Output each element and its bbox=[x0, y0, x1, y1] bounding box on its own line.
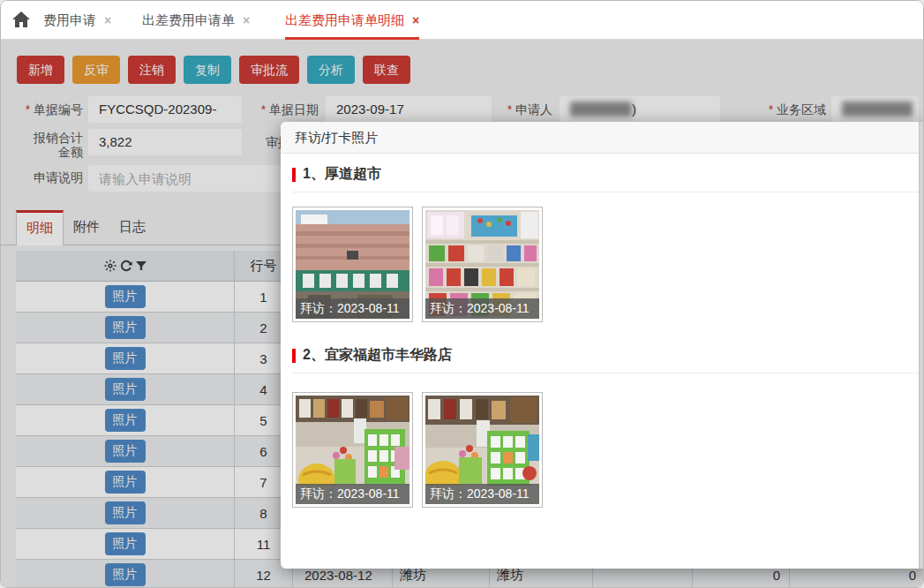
applicant-label: 申请人 bbox=[485, 102, 552, 118]
tab-travel-expense-detail[interactable]: 出差费用申请单明细 × bbox=[285, 1, 419, 40]
visit-date-caption: 拜访：2023-08-11 bbox=[296, 298, 409, 319]
photo-button[interactable]: 照片 bbox=[105, 532, 146, 555]
modal-title: 拜访/打卡照片 bbox=[281, 122, 924, 154]
unaudit-button[interactable]: 反审 bbox=[72, 56, 120, 84]
visit-date-caption: 拜访：2023-08-11 bbox=[296, 484, 409, 504]
store-section-title: 1、厚道超市 bbox=[292, 165, 381, 184]
photo-button[interactable]: 照片 bbox=[105, 440, 146, 463]
photo-button[interactable]: 照片 bbox=[105, 316, 146, 339]
detail-tab-log[interactable]: 日志 bbox=[109, 210, 155, 245]
filter-icon[interactable] bbox=[136, 260, 146, 271]
close-icon[interactable]: × bbox=[412, 13, 419, 27]
region-label: 业务区域 bbox=[747, 102, 826, 118]
toolbar: 新增 反审 注销 复制 审批流 分析 联查 bbox=[17, 56, 410, 84]
section-divider bbox=[292, 192, 924, 192]
modal-scrollbar[interactable] bbox=[919, 122, 924, 569]
section-marker-bar bbox=[292, 168, 296, 182]
visit-photo-thumbnail[interactable]: 拜访：2023-08-11 bbox=[422, 207, 543, 322]
tab-label: 费用申请 bbox=[43, 12, 96, 29]
tab-label: 出差费用申请单明细 bbox=[285, 12, 404, 29]
visit-photo-thumbnail[interactable]: 拜访：2023-08-11 bbox=[292, 392, 413, 508]
tab-label: 出差费用申请单 bbox=[142, 12, 235, 29]
photo-button[interactable]: 照片 bbox=[105, 501, 146, 524]
section-divider bbox=[292, 373, 924, 373]
top-tab-bar: 费用申请 × 出差费用申请单 × 出差费用申请单明细 × bbox=[1, 1, 924, 40]
tab-travel-expense-form[interactable]: 出差费用申请单 × bbox=[142, 1, 250, 40]
visit-photo-thumbnail[interactable]: 拜访：2023-08-11 bbox=[422, 392, 543, 508]
home-icon[interactable] bbox=[12, 11, 30, 28]
store-section-title: 2、宜家福超市丰华路店 bbox=[292, 346, 452, 365]
doc-no-field[interactable]: FYCCSQD-202309-0126 bbox=[88, 96, 242, 123]
close-icon[interactable]: × bbox=[104, 13, 111, 27]
tab-expense-apply[interactable]: 费用申请 × bbox=[43, 1, 111, 40]
photo-button[interactable]: 照片 bbox=[105, 285, 146, 308]
section-marker-bar bbox=[292, 349, 296, 363]
photo-button[interactable]: 照片 bbox=[105, 347, 146, 370]
add-button[interactable]: 新增 bbox=[17, 56, 64, 84]
detail-tab-detail[interactable]: 明细 bbox=[16, 210, 64, 245]
redacted-applicant-value bbox=[570, 102, 632, 117]
analyze-button[interactable]: 分析 bbox=[307, 56, 355, 84]
total-amount-field[interactable]: 3,822 bbox=[88, 129, 242, 155]
doc-no-label: 单据编号 bbox=[1, 102, 83, 118]
detail-tab-attachment[interactable]: 附件 bbox=[64, 210, 109, 245]
approval-flow-button[interactable]: 审批流 bbox=[239, 56, 299, 84]
total-amount-label: 报销合计金额 bbox=[32, 131, 83, 159]
region-field[interactable] bbox=[831, 96, 919, 123]
photo-button[interactable]: 照片 bbox=[105, 378, 146, 401]
linked-query-button[interactable]: 联查 bbox=[363, 56, 410, 84]
cancel-button[interactable]: 注销 bbox=[128, 56, 176, 84]
doc-date-label: 单据日期 bbox=[239, 102, 319, 118]
applicant-field[interactable]: ) bbox=[560, 96, 720, 123]
visit-date-caption: 拜访：2023-08-11 bbox=[425, 298, 539, 319]
remark-input[interactable] bbox=[88, 165, 309, 192]
visit-date-caption: 拜访：2023-08-11 bbox=[425, 484, 539, 504]
refresh-icon[interactable] bbox=[120, 260, 132, 272]
redacted-region-value bbox=[842, 102, 913, 117]
photo-button[interactable]: 照片 bbox=[105, 471, 146, 494]
table-tools-header bbox=[16, 251, 235, 281]
gear-icon[interactable] bbox=[104, 260, 116, 272]
copy-button[interactable]: 复制 bbox=[184, 56, 231, 84]
remark-label: 申请说明 bbox=[1, 170, 83, 186]
visit-photos-modal: 拜访/打卡照片 1、厚道超市 bbox=[281, 122, 924, 569]
photo-button[interactable]: 照片 bbox=[105, 409, 146, 432]
photo-button[interactable]: 照片 bbox=[105, 563, 146, 586]
applicant-suffix: ) bbox=[632, 102, 636, 117]
doc-date-field[interactable]: 2023-09-17 bbox=[326, 96, 492, 123]
visit-photo-thumbnail[interactable]: 拜访：2023-08-11 bbox=[292, 207, 413, 322]
app-window: 费用申请 × 出差费用申请单 × 出差费用申请单明细 × 新增 反审 注销 复制… bbox=[0, 0, 924, 588]
close-icon[interactable]: × bbox=[243, 13, 250, 27]
